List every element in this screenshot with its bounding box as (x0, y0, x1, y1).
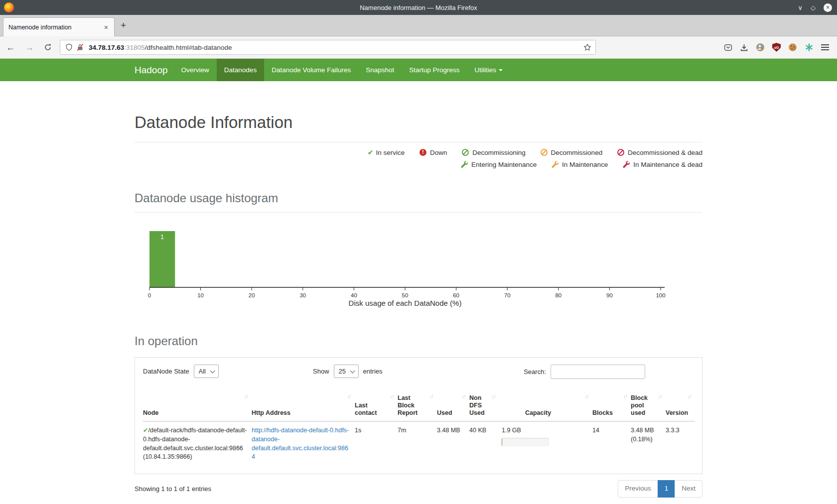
maximize-icon[interactable]: ◇ (811, 4, 816, 11)
page-title: Datanode Information (135, 113, 702, 132)
nav-item-datanodes[interactable]: Datanodes (217, 59, 264, 81)
url-toolbar: ← → 34.78.17.63:31805/dfshealth.html#tab… (0, 36, 837, 59)
sort-icon[interactable]: ↓↑ (585, 393, 589, 400)
nav-item-utilities[interactable]: Utilities (467, 59, 511, 81)
forward-icon[interactable]: → (25, 43, 34, 52)
sort-icon[interactable]: ↓↑ (688, 393, 692, 400)
ban-icon (541, 149, 548, 156)
svg-text:40: 40 (351, 292, 357, 298)
sort-icon[interactable]: ↓↑ (623, 393, 627, 400)
legend-in-maintenance-dead: In Maintenance & dead (623, 161, 702, 168)
entries-label: entries (363, 368, 383, 375)
column-header-non-dfs-used[interactable]: Non DFS Used↓↑ (469, 387, 499, 421)
sort-icon[interactable]: ↓↑ (462, 393, 466, 400)
pocket-icon[interactable] (724, 43, 732, 52)
legend-entering-maintenance: Entering Maintenance (461, 161, 537, 168)
tab-title: Namenode information (8, 24, 103, 31)
hadoop-navbar: Hadoop Overview Datanodes Datanode Volum… (0, 59, 837, 81)
column-header-block-pool-used[interactable]: Block pool used↓↑ (631, 387, 666, 421)
divider (135, 142, 702, 142)
search-label: Search: (524, 368, 546, 376)
url-path: /dfshealth.html#tab-datanode (145, 44, 232, 51)
datanode-state-select[interactable]: All (194, 365, 219, 378)
nav-item-datanode-volume-failures[interactable]: Datanode Volume Failures (264, 59, 358, 81)
sort-icon[interactable]: ↓↑ (658, 393, 662, 400)
http-address-link[interactable]: http://hdfs-datanode-default-0.hdfs-data… (252, 427, 349, 460)
tracking-shield-icon[interactable] (65, 43, 73, 51)
datanode-table-panel: DataNode State All Show 25 entries Searc… (135, 357, 702, 474)
column-header-last-contact[interactable]: Last contact↓↑ (355, 387, 398, 421)
nav-item-overview[interactable]: Overview (174, 59, 217, 81)
bookmark-star-icon[interactable] (583, 43, 591, 53)
url-host: 34.78.17.63 (89, 44, 124, 51)
datanode-usage-histogram: 10102030405060708090100Disk usage of eac… (135, 217, 702, 310)
search-input[interactable] (551, 365, 645, 379)
blocks-cell: 14 (592, 421, 631, 467)
table-header-row: Node↓↑ Http Address↓↑ Last contact↓↑ Las… (143, 387, 695, 421)
legend-down: !Down (419, 149, 447, 156)
nav-item-startup-progress[interactable]: Startup Progress (402, 59, 467, 81)
account-extension-icon[interactable] (756, 43, 765, 52)
check-icon: ✔ (368, 148, 374, 156)
column-header-last-block-report[interactable]: Last Block Report↓↑ (398, 387, 437, 421)
tab-close-icon[interactable]: × (103, 23, 109, 31)
wrench-icon (461, 161, 468, 168)
svg-text:60: 60 (453, 292, 459, 298)
sort-icon[interactable]: ↓↑ (390, 393, 394, 400)
sort-icon[interactable]: ↓↑ (429, 393, 433, 400)
exclamation-circle-icon: ! (419, 149, 426, 156)
ban-icon (462, 149, 469, 156)
back-icon[interactable]: ← (6, 43, 15, 52)
column-header-blocks[interactable]: Blocks↓↑ (592, 387, 631, 421)
wrench-icon (623, 161, 630, 168)
svg-text:80: 80 (555, 292, 561, 298)
show-entries-select[interactable]: 25 (334, 365, 359, 378)
downloads-icon[interactable] (740, 43, 748, 52)
window-title: Namenode information — Mozilla Firefox (0, 4, 837, 11)
cookie-extension-icon[interactable] (788, 43, 797, 52)
svg-text:30: 30 (299, 292, 306, 298)
nav-item-snapshot[interactable]: Snapshot (358, 59, 402, 81)
column-header-version[interactable]: Version↓↑ (666, 387, 695, 421)
legend-decommissioned: Decommissioned (541, 149, 603, 156)
tab-bar: Namenode information × + (0, 15, 837, 36)
node-cell: ✔/default-rack/hdfs-datanode-default-0.h… (143, 421, 252, 467)
insecure-lock-icon[interactable] (76, 43, 84, 51)
showing-entries-text: Showing 1 to 1 of 1 entries (135, 485, 211, 493)
sort-icon[interactable]: ↓↑ (347, 393, 351, 400)
reload-icon[interactable] (44, 43, 52, 51)
pagination-page-1[interactable]: 1 (658, 480, 676, 498)
svg-text:0: 0 (148, 292, 151, 298)
column-header-http-address[interactable]: Http Address↓↑ (252, 387, 355, 421)
sort-icon[interactable]: ↓↑ (244, 393, 248, 400)
svg-text:70: 70 (504, 292, 511, 298)
ublock-origin-icon[interactable]: uO (772, 43, 781, 52)
show-label: Show (313, 368, 329, 375)
minimize-icon[interactable]: ∨ (798, 4, 803, 11)
http-address-cell: http://hdfs-datanode-default-0.hdfs-data… (252, 421, 355, 467)
legend-decommissioned-dead: Decommissioned & dead (617, 149, 702, 156)
non-dfs-used-cell: 40 KB (469, 421, 499, 467)
svg-text:10: 10 (197, 292, 204, 298)
in-service-check-icon: ✔ (143, 427, 148, 434)
navbar-brand[interactable]: Hadoop (135, 59, 168, 81)
used-cell: 3.48 MB (437, 421, 469, 467)
pagination-previous[interactable]: Previous (618, 480, 658, 498)
asterisk-extension-icon[interactable] (805, 43, 814, 52)
sort-icon[interactable]: ↓↑ (492, 393, 496, 400)
ban-icon (617, 149, 624, 156)
new-tab-button[interactable]: + (121, 19, 126, 32)
url-bar[interactable]: 34.78.17.63:31805/dfshealth.html#tab-dat… (60, 40, 596, 55)
pagination-next[interactable]: Next (675, 480, 702, 498)
operation-section-title: In operation (135, 334, 702, 348)
column-header-used[interactable]: Used↓↑ (437, 387, 469, 421)
datanode-state-label: DataNode State (143, 368, 189, 375)
legend-in-maintenance: In Maintenance (552, 161, 608, 168)
browser-tab[interactable]: Namenode information × (3, 17, 115, 36)
pagination: Previous 1 Next (618, 480, 702, 498)
svg-text:90: 90 (606, 292, 613, 298)
column-header-node[interactable]: Node↓↑ (143, 387, 252, 421)
menu-icon[interactable] (821, 44, 829, 50)
close-window-icon[interactable]: × (824, 3, 832, 12)
column-header-capacity[interactable]: Capacity↓↑ (499, 387, 592, 421)
